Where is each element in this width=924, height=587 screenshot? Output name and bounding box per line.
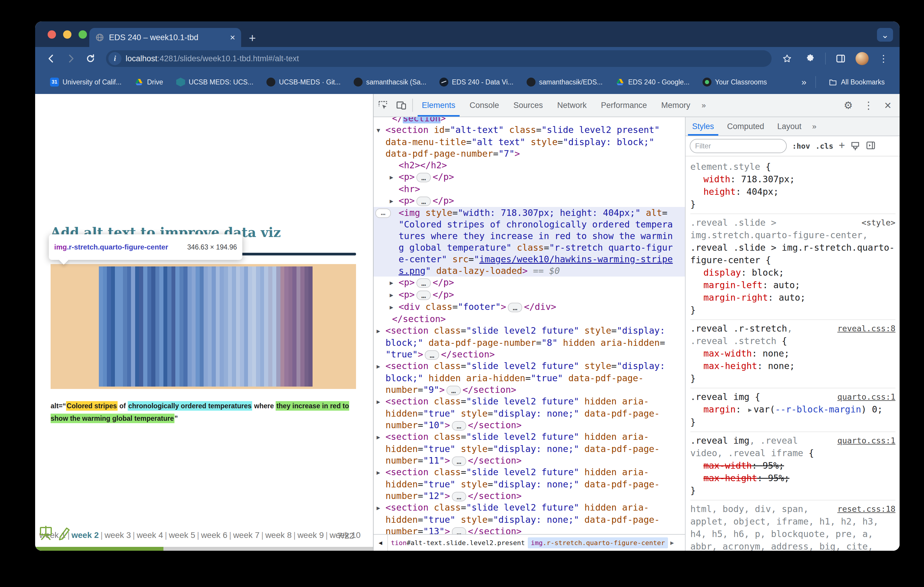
week-link[interactable]: week 2 <box>71 531 99 540</box>
css-declaration[interactable]: margin: ▶var(--r-block-margin) 0; <box>690 403 896 416</box>
bookmarks-overflow-icon[interactable]: » <box>799 77 809 87</box>
cls-toggle[interactable]: .cls <box>815 142 833 150</box>
dom-line[interactable]: ▶<section class="slide level2 future" hi… <box>374 501 685 514</box>
css-declaration[interactable]: margin-right: auto; <box>690 291 896 304</box>
bookmark-star-icon[interactable] <box>779 50 795 67</box>
collapsed-children-icon[interactable]: … <box>508 303 522 312</box>
dom-line[interactable]: number="12">…</section> <box>374 490 685 501</box>
devtools-tab-memory[interactable]: Memory <box>654 94 698 117</box>
dom-line[interactable]: e-center" src="images/week10/hawkins-war… <box>374 253 685 265</box>
stylesheet-source-link[interactable]: quarto.css:1 <box>837 434 896 447</box>
bookmark-item[interactable]: samanthacsik (Sa... <box>347 77 433 87</box>
bookmark-item[interactable]: Your Classrooms <box>696 77 773 87</box>
dom-line[interactable]: s.png" data-lazy-loaded> == $0 <box>374 265 685 276</box>
tab-close-icon[interactable]: × <box>230 33 235 42</box>
css-rule[interactable]: quarto.css:1.reveal img {margin: ▶var(--… <box>690 388 896 432</box>
css-variable-link[interactable]: --r-block-margin <box>775 404 861 414</box>
css-rule[interactable]: element.style {width: 718.307px;height: … <box>690 158 896 214</box>
dom-line[interactable]: ▶<section class="slide level2 future" hi… <box>374 396 685 408</box>
dom-line[interactable]: data-pdf-page-number="7"> <box>374 148 685 159</box>
hov-toggle[interactable]: :hov <box>792 142 810 150</box>
dom-line[interactable]: tures where they increase in red to show… <box>374 230 685 242</box>
chevron-down-icon[interactable]: ⌄ <box>877 28 893 42</box>
sidebar-tab-computed[interactable]: Computed <box>721 117 771 136</box>
sidebar-tab-layout[interactable]: Layout <box>771 117 808 136</box>
dom-line[interactable]: ▶<section class="slide level2 future" hi… <box>374 466 685 478</box>
rendering-brush-icon[interactable] <box>850 140 860 152</box>
dom-line[interactable]: g global temperature" class="r-stretch q… <box>374 242 685 253</box>
dom-line[interactable]: hidden="true" style="display: none;" dat… <box>374 443 685 455</box>
collapsed-children-icon[interactable]: … <box>452 527 466 534</box>
dom-line[interactable]: ▶<p>…</p> <box>374 276 685 289</box>
styles-filter-input[interactable] <box>690 139 787 153</box>
forward-icon[interactable] <box>63 50 79 67</box>
dom-line[interactable]: number="13">…</section> <box>374 525 685 534</box>
devtools-tab-elements[interactable]: Elements <box>415 94 463 117</box>
dom-line[interactable]: number="10">…</section> <box>374 419 685 431</box>
week-link[interactable]: week 5 <box>169 531 195 540</box>
dom-line[interactable]: block;" data-pdf-page-number="8" hidden … <box>374 337 685 349</box>
reload-icon[interactable] <box>82 50 99 67</box>
week-link[interactable]: week 8 <box>265 531 292 540</box>
device-toolbar-icon[interactable] <box>392 94 411 117</box>
extensions-puzzle-icon[interactable] <box>802 50 818 67</box>
dom-line[interactable]: <hr> <box>374 183 685 195</box>
dom-line[interactable]: "Colored stripes of chronologically orde… <box>374 219 685 230</box>
side-panel-icon[interactable] <box>832 50 849 67</box>
css-rule[interactable]: <style>.reveal .slide > img.stretch.quar… <box>690 214 896 320</box>
dom-line[interactable]: ▶<p>…</p> <box>374 171 685 183</box>
new-tab-button[interactable]: + <box>249 32 256 44</box>
collapsed-children-icon[interactable]: … <box>416 173 431 182</box>
bookmark-item[interactable]: Drive <box>128 77 170 87</box>
dom-line[interactable]: number="11">…</section> <box>374 455 685 466</box>
css-rule[interactable]: reset.css:18html, body, div, span, apple… <box>690 500 896 551</box>
dom-line[interactable]: <h2></h2> <box>374 159 685 171</box>
breadcrumb-item[interactable]: img.r-stretch.quarto-figure-center <box>528 537 668 548</box>
week-link[interactable]: week 3 <box>104 531 131 540</box>
dom-line[interactable]: ▶<p>…</p> <box>374 289 685 301</box>
devtools-tabs-overflow-icon[interactable]: » <box>698 101 710 110</box>
dom-tree[interactable]: </section>▼<section id="alt-text" class=… <box>374 117 685 534</box>
sidebar-tab-styles[interactable]: Styles <box>686 117 721 136</box>
devtools-tab-network[interactable]: Network <box>550 94 594 117</box>
collapsed-children-icon[interactable]: … <box>452 457 466 466</box>
breadcrumb-item[interactable]: tion#alt-text.slide.level2.present <box>388 537 528 548</box>
maximize-window-button[interactable] <box>79 30 87 39</box>
devtools-settings-gear-icon[interactable]: ⚙ <box>838 99 858 111</box>
dom-line[interactable]: ▶<section class="slide level2 future" hi… <box>374 431 685 443</box>
css-declaration[interactable]: height: 404px; <box>690 186 896 198</box>
warming-stripes-figure[interactable] <box>51 264 356 389</box>
notes-pen-icon[interactable] <box>56 524 73 542</box>
inspect-element-icon[interactable] <box>374 94 392 117</box>
dom-line[interactable]: data-menu-title="alt text" style="displa… <box>374 136 685 148</box>
close-window-button[interactable] <box>48 30 56 39</box>
week-link[interactable]: week 9 <box>297 531 324 540</box>
stylesheet-source-link[interactable]: reveal.css:8 <box>837 322 896 335</box>
back-icon[interactable] <box>43 50 59 67</box>
css-declaration[interactable]: max-width: none; <box>690 347 896 360</box>
dom-line[interactable]: hidden="true" style="display: none;" dat… <box>374 408 685 419</box>
dom-line[interactable]: ▶<section class="slide level2 future" st… <box>374 360 685 372</box>
css-declaration[interactable]: width: 718.307px; <box>690 173 896 186</box>
devtools-tab-console[interactable]: Console <box>463 94 507 117</box>
new-style-rule-plus-icon[interactable]: + <box>838 139 845 152</box>
css-rules-list[interactable]: element.style {width: 718.307px;height: … <box>686 156 899 551</box>
collapsed-children-icon[interactable]: … <box>447 386 461 395</box>
site-info-icon[interactable]: i <box>108 52 122 65</box>
stylesheet-source-link[interactable]: reset.css:18 <box>837 503 896 515</box>
dom-line[interactable]: hidden="true" style="display: none;" dat… <box>374 478 685 490</box>
dom-line[interactable]: ▼<section id="alt-text" class="slide lev… <box>374 124 685 136</box>
devtools-menu-kebab-icon[interactable]: ⋮ <box>858 99 879 111</box>
url-bar[interactable]: i localhost:4281/slides/week10.1-tbd.htm… <box>106 50 772 67</box>
profile-avatar[interactable] <box>856 52 869 65</box>
bookmark-item[interactable]: EDS 240 - Data Vi... <box>433 77 520 87</box>
css-declaration[interactable]: max-height: 95%; <box>690 472 896 484</box>
collapsed-children-icon[interactable]: … <box>425 350 439 360</box>
dom-line[interactable]: …<img style="width: 718.307px; height: 4… <box>374 207 685 219</box>
bookmark-item[interactable]: EDS 240 - Google... <box>609 77 696 87</box>
css-declaration[interactable]: display: block; <box>690 266 896 279</box>
breadcrumb-forward-icon[interactable]: ▶ <box>668 539 676 546</box>
dom-line[interactable]: </section> <box>374 313 685 325</box>
slide-progress-bar[interactable] <box>35 547 373 551</box>
bookmark-item[interactable]: UCSB-MEDS · Git... <box>260 77 347 87</box>
